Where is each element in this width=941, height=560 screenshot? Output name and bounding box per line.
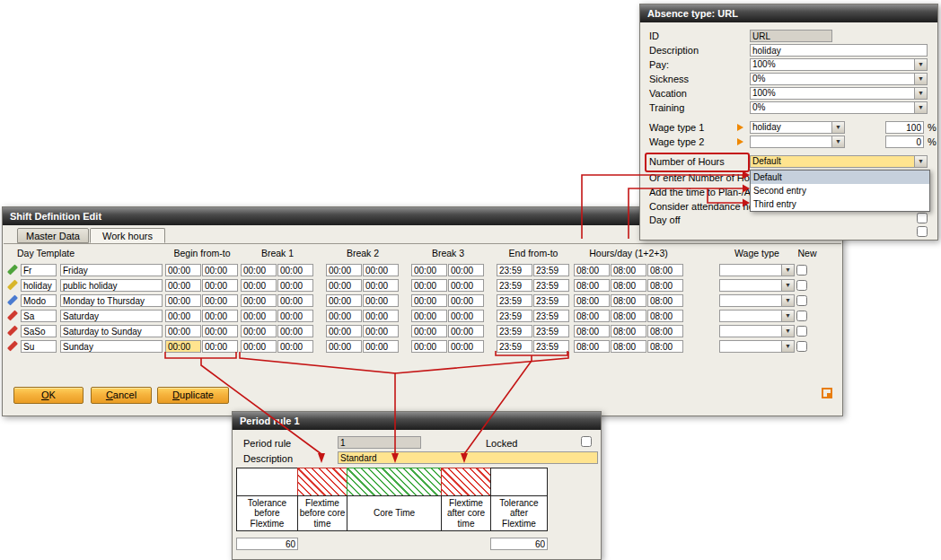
break2-to-input[interactable] <box>363 310 399 322</box>
wage-type-select[interactable]: ▼ <box>719 325 795 337</box>
break1-to-input[interactable] <box>277 325 313 337</box>
new-checkbox[interactable] <box>796 326 807 337</box>
end-to-input[interactable] <box>533 325 569 337</box>
wage-type-1-select[interactable]: holiday ▼ <box>750 121 845 134</box>
wage-type-select[interactable]: ▼ <box>719 294 795 307</box>
day-name-input[interactable] <box>60 279 163 292</box>
break3-to-input[interactable] <box>448 294 484 307</box>
break2-from-input[interactable] <box>326 294 362 307</box>
hours-2-input[interactable] <box>611 294 646 307</box>
hours-2-input[interactable] <box>611 264 646 276</box>
break3-from-input[interactable] <box>411 264 447 276</box>
day-name-input[interactable] <box>60 294 163 307</box>
pay-select[interactable]: 100% ▼ <box>750 58 928 71</box>
new-checkbox[interactable] <box>796 280 807 291</box>
dropdown-item-second-entry[interactable]: Second entry <box>751 184 929 197</box>
break1-to-input[interactable] <box>277 279 313 292</box>
combo-arrow-icon[interactable]: ▼ <box>781 311 794 321</box>
hours-3-input[interactable] <box>647 325 683 337</box>
break3-from-input[interactable] <box>411 310 447 322</box>
break3-to-input[interactable] <box>448 264 484 276</box>
combo-arrow-icon[interactable]: ▼ <box>914 59 927 70</box>
break3-to-input[interactable] <box>448 310 484 322</box>
cancel-button[interactable]: Cancel <box>91 387 152 404</box>
new-checkbox[interactable] <box>796 341 807 352</box>
begin-from-input[interactable] <box>165 279 201 292</box>
wage-type-select[interactable]: ▼ <box>719 264 795 276</box>
wage-type-1-percent-field[interactable] <box>885 121 924 134</box>
day-name-input[interactable] <box>60 310 163 322</box>
break2-from-input[interactable] <box>326 264 362 276</box>
combo-arrow-icon[interactable]: ▼ <box>914 156 927 167</box>
break2-from-input[interactable] <box>326 310 362 322</box>
day-code-input[interactable] <box>21 325 57 337</box>
hours-1-input[interactable] <box>574 294 610 307</box>
begin-from-input[interactable] <box>165 340 201 353</box>
break3-from-input[interactable] <box>411 279 447 292</box>
break1-from-input[interactable] <box>241 264 277 276</box>
break3-to-input[interactable] <box>448 279 484 292</box>
begin-to-input[interactable] <box>202 310 238 322</box>
hours-3-input[interactable] <box>647 264 683 276</box>
ok-button[interactable]: OK <box>13 387 84 404</box>
hours-3-input[interactable] <box>647 340 683 353</box>
wage-type-2-percent-field[interactable] <box>885 136 924 148</box>
wage-type-select[interactable]: ▼ <box>719 310 795 322</box>
description-field[interactable] <box>750 44 928 57</box>
begin-to-input[interactable] <box>202 279 238 292</box>
end-from-input[interactable] <box>497 279 532 292</box>
hours-3-input[interactable] <box>647 294 683 307</box>
break1-to-input[interactable] <box>277 294 313 307</box>
number-of-hours-select[interactable]: Default ▼ <box>750 155 928 168</box>
hours-2-input[interactable] <box>611 279 646 292</box>
begin-to-input[interactable] <box>202 264 238 276</box>
end-from-input[interactable] <box>497 264 532 276</box>
day-name-input[interactable] <box>60 340 163 353</box>
break1-from-input[interactable] <box>241 279 277 292</box>
combo-arrow-icon[interactable]: ▼ <box>914 102 927 113</box>
break2-from-input[interactable] <box>326 340 362 353</box>
hours-3-input[interactable] <box>647 310 683 322</box>
break2-to-input[interactable] <box>363 294 399 307</box>
wage-type-select[interactable]: ▼ <box>719 340 795 353</box>
end-to-input[interactable] <box>533 264 569 276</box>
new-checkbox[interactable] <box>796 295 807 306</box>
checkbox[interactable] <box>917 226 928 237</box>
begin-to-input[interactable] <box>202 325 238 337</box>
combo-arrow-icon[interactable]: ▼ <box>831 136 844 147</box>
hours-1-input[interactable] <box>574 264 610 276</box>
combo-arrow-icon[interactable]: ▼ <box>781 341 794 352</box>
break3-from-input[interactable] <box>411 340 447 353</box>
new-checkbox[interactable] <box>796 311 807 321</box>
combo-arrow-icon[interactable]: ▼ <box>781 326 794 337</box>
end-to-input[interactable] <box>533 279 569 292</box>
end-to-input[interactable] <box>533 310 569 322</box>
end-from-input[interactable] <box>497 310 532 322</box>
day-code-input[interactable] <box>21 279 57 292</box>
day-code-input[interactable] <box>21 340 57 353</box>
combo-arrow-icon[interactable]: ▼ <box>781 295 794 306</box>
break3-from-input[interactable] <box>411 325 447 337</box>
wage-type-select[interactable]: ▼ <box>719 279 795 292</box>
break3-to-input[interactable] <box>448 340 484 353</box>
duplicate-button[interactable]: Duplicate <box>157 387 229 404</box>
break3-from-input[interactable] <box>411 294 447 307</box>
break1-from-input[interactable] <box>241 310 277 322</box>
hours-3-input[interactable] <box>647 279 683 292</box>
combo-arrow-icon[interactable]: ▼ <box>781 265 794 276</box>
break3-to-input[interactable] <box>448 325 484 337</box>
end-from-input[interactable] <box>497 294 532 307</box>
tab-work-hours[interactable]: Work hours <box>90 228 165 243</box>
break2-from-input[interactable] <box>326 279 362 292</box>
break1-to-input[interactable] <box>277 310 313 322</box>
end-from-input[interactable] <box>497 340 532 353</box>
day-code-input[interactable] <box>21 264 57 276</box>
day-code-input[interactable] <box>21 310 57 322</box>
break1-from-input[interactable] <box>241 294 277 307</box>
end-to-input[interactable] <box>533 294 569 307</box>
link-arrow-icon[interactable] <box>737 124 743 131</box>
wage-type-2-select[interactable]: ▼ <box>750 136 845 148</box>
day-name-input[interactable] <box>60 325 163 337</box>
description-field[interactable] <box>338 451 598 464</box>
combo-arrow-icon[interactable]: ▼ <box>914 74 927 84</box>
